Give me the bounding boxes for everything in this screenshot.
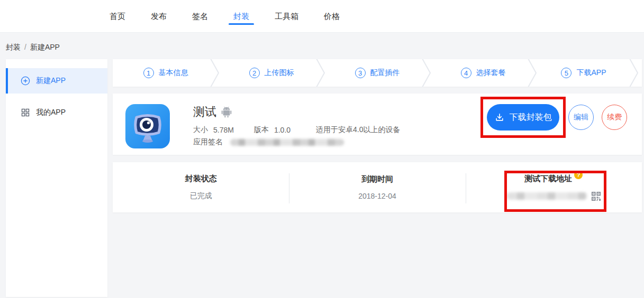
app-title-row: 测试 [193, 104, 232, 120]
step-wizard: 1 基本信息 2 上传图标 3 配置插件 4 选择套餐 5 下载APP [113, 59, 642, 87]
renew-button-label: 续费 [607, 113, 622, 122]
breadcrumb: 封装/新建APP [6, 43, 60, 52]
plus-circle-icon [21, 76, 30, 86]
sidebar-item-new-app[interactable]: 新建APP [6, 68, 107, 94]
app-signature-row: 应用签名 [193, 137, 344, 147]
nav-item-package[interactable]: 封装 [233, 0, 249, 33]
main-content: 1 基本信息 2 上传图标 3 配置插件 4 选择套餐 5 下载APP [113, 59, 642, 212]
android-icon [221, 106, 232, 118]
app-title: 测试 [193, 104, 216, 120]
package-status-column: 封装状态 已完成 [113, 162, 289, 212]
download-button-label: 下载封装包 [510, 112, 552, 123]
info-panel: 封装状态 已完成 到期时间 2018-12-04 测试下载地址 ? [113, 162, 642, 212]
step-label: 上传图标 [265, 68, 294, 78]
grid-icon [21, 108, 30, 117]
signature-label: 应用签名 [193, 137, 223, 147]
expiry-date-column: 到期时间 2018-12-04 [289, 162, 465, 212]
app-card: 测试 大小 5.78M 版本 1.0.0 适用于安卓4.0以上的设备 应用签名 [113, 94, 642, 155]
test-download-url-label: 测试下载地址 [524, 174, 572, 184]
nav-item-pricing[interactable]: 价格 [324, 0, 340, 33]
help-question-icon[interactable]: ? [574, 171, 583, 179]
sidebar: 新建APP 我的APP [6, 59, 107, 297]
qr-code-icon[interactable] [591, 191, 601, 201]
wizard-step-download-app[interactable]: 5 下载APP [531, 59, 637, 87]
version-value: 1.0.0 [274, 126, 291, 134]
app-icon [125, 104, 170, 148]
top-header: 首页 发布 签名 封装 工具箱 价格 [0, 0, 644, 33]
compatibility-text: 适用于安卓4.0以上的设备 [316, 125, 400, 135]
breadcrumb-separator: / [24, 43, 26, 51]
size-label: 大小 [193, 125, 208, 135]
sidebar-item-label: 我的APP [36, 108, 66, 117]
step-number: 5 [561, 68, 572, 78]
test-download-url-column: 测试下载地址 ? [466, 162, 642, 212]
nav-item-sign[interactable]: 签名 [192, 0, 208, 33]
step-label: 选择套餐 [476, 68, 506, 78]
wizard-step-select-plan[interactable]: 4 选择套餐 [430, 59, 536, 87]
breadcrumb-current: 新建APP [30, 43, 60, 51]
download-package-button[interactable]: 下载封装包 [487, 104, 559, 131]
wizard-step-upload-icon[interactable]: 2 上传图标 [219, 59, 324, 87]
expiry-date-value: 2018-12-04 [358, 192, 396, 200]
step-number: 4 [461, 68, 471, 78]
step-number: 2 [249, 68, 260, 78]
redacted-signature-value [230, 139, 344, 146]
sidebar-item-label: 新建APP [36, 76, 66, 86]
step-number: 3 [355, 68, 366, 78]
main-nav: 首页 发布 签名 封装 工具箱 价格 [110, 0, 644, 33]
nav-item-home[interactable]: 首页 [110, 0, 125, 33]
sidebar-item-my-app[interactable]: 我的APP [6, 100, 107, 125]
expiry-date-label: 到期时间 [361, 174, 393, 184]
edit-button[interactable]: 编辑 [568, 105, 594, 130]
step-label: 下载APP [576, 68, 606, 78]
redacted-test-download-url [506, 192, 587, 200]
version-label: 版本 [254, 125, 269, 135]
size-value: 5.78M [213, 126, 234, 134]
app-meta-row: 大小 5.78M 版本 1.0.0 适用于安卓4.0以上的设备 [193, 125, 401, 135]
package-status-label: 封装状态 [185, 174, 217, 184]
step-number: 1 [143, 68, 154, 78]
wizard-step-basic-info[interactable]: 1 基本信息 [113, 59, 219, 87]
step-label: 配置插件 [370, 68, 400, 78]
edit-button-label: 编辑 [574, 113, 588, 122]
download-icon [495, 113, 504, 122]
breadcrumb-section[interactable]: 封装 [6, 43, 21, 51]
wizard-step-configure-plugins[interactable]: 3 配置插件 [324, 59, 430, 87]
step-label: 基本信息 [159, 68, 188, 78]
package-status-value: 已完成 [190, 191, 212, 201]
renew-button[interactable]: 续费 [602, 105, 627, 130]
nav-item-publish[interactable]: 发布 [151, 0, 167, 33]
nav-item-toolbox[interactable]: 工具箱 [275, 0, 298, 33]
